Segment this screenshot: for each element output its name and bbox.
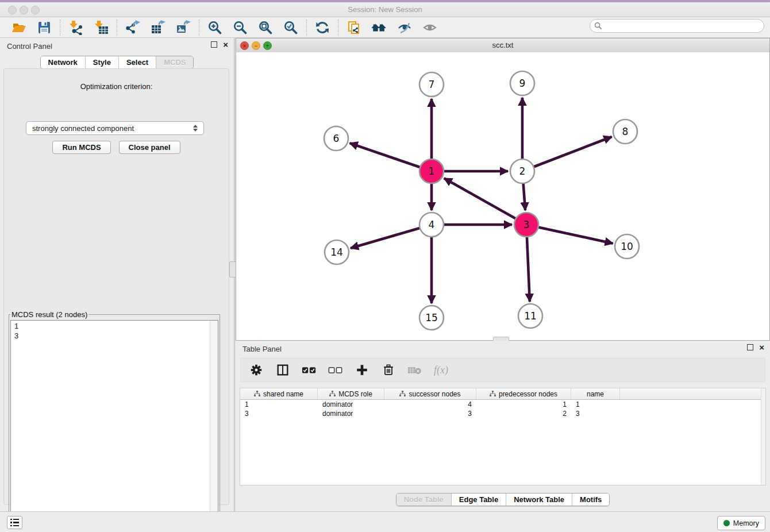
table-panel-close-icon[interactable]: × (759, 345, 764, 350)
import-table-icon[interactable] (93, 20, 109, 36)
tab-motifs[interactable]: Motifs (572, 494, 609, 506)
graph-edge-1-6[interactable] (350, 143, 432, 171)
tab-style[interactable]: Style (86, 56, 119, 68)
column-header-label: successor nodes (409, 390, 460, 398)
import-network-icon[interactable] (68, 20, 84, 36)
column-header-predecessor-nodes[interactable]: predecessor nodes (476, 388, 571, 399)
table-cell[interactable]: 2 (476, 409, 571, 418)
delete-table-icon (407, 363, 422, 377)
column-header-mcds-role[interactable]: MCDS role (318, 388, 384, 399)
app-title: Session: New Session (0, 5, 770, 14)
control-panel: Control Panel × NetworkStyleSelectMCDS O… (0, 38, 234, 511)
tab-network[interactable]: Network (41, 56, 86, 68)
table-tab-bar: Node TableEdge TableNetwork TableMotifs (396, 493, 610, 506)
control-panel-float-icon[interactable] (211, 41, 217, 48)
mcds-panel: Optimization criterion: strongly connect… (3, 68, 229, 505)
graph-edge-3-10[interactable] (526, 225, 613, 244)
graph-node-label: 6 (333, 133, 340, 144)
export-network-icon[interactable] (125, 20, 141, 36)
deselect-all-checkboxes-icon[interactable] (328, 363, 343, 377)
tab-edge-table[interactable]: Edge Table (452, 494, 506, 506)
table-cell[interactable]: 1 (476, 400, 571, 409)
table-panel-title: Table Panel (242, 345, 282, 353)
close-panel-button[interactable]: Close panel (119, 141, 180, 154)
table-cell[interactable]: 3 (571, 409, 620, 418)
optimization-criterion-label: Optimization criterion: (4, 82, 229, 91)
table-row[interactable]: 3dominator323 (240, 409, 765, 418)
table-panel: Table Panel × f(x) shared nameMCDS rol (236, 341, 770, 511)
network-canvas[interactable]: 7968124314101511 (236, 52, 769, 340)
column-header-successor-nodes[interactable]: successor nodes (384, 388, 476, 399)
graph-node-label: 11 (524, 310, 537, 322)
search-input[interactable] (602, 21, 760, 30)
criterion-dropdown[interactable]: strongly connected component (26, 121, 204, 135)
graph-node-label: 7 (429, 79, 435, 90)
table-cell[interactable]: 4 (384, 400, 476, 409)
graph-node-label: 15 (425, 312, 438, 323)
graph-node-label: 14 (330, 246, 343, 258)
tab-network-table[interactable]: Network Table (506, 494, 572, 506)
graph-node-label: 2 (519, 165, 526, 177)
global-search[interactable] (590, 19, 764, 33)
table-row[interactable]: 1dominator411 (240, 400, 765, 409)
search-icon (594, 22, 602, 30)
graph-edge-2-8[interactable] (522, 137, 612, 171)
table-cell[interactable]: dominator (318, 400, 384, 409)
select-all-checkboxes-icon[interactable] (302, 363, 317, 377)
result-scrollbar[interactable] (210, 321, 218, 522)
clone-network-icon[interactable] (346, 20, 362, 36)
table-panel-float-icon[interactable] (747, 344, 753, 350)
column-type-icon (399, 391, 406, 397)
add-column-icon[interactable] (355, 363, 369, 377)
column-header-label: MCDS role (338, 390, 372, 398)
graph-node-label: 3 (523, 219, 530, 230)
save-session-icon[interactable] (36, 20, 52, 36)
graph-node-label: 10 (621, 241, 633, 252)
zoom-out-icon[interactable] (232, 20, 248, 36)
table-cell[interactable]: 3 (240, 409, 318, 418)
table-cell[interactable]: 1 (240, 400, 318, 409)
zoom-in-icon[interactable] (207, 20, 223, 36)
table-cell[interactable]: 1 (571, 400, 620, 409)
graph-node-label: 4 (429, 219, 435, 230)
tab-mcds[interactable]: MCDS (156, 56, 193, 68)
run-mcds-button[interactable]: Run MCDS (52, 141, 110, 154)
tab-node-table[interactable]: Node Table (396, 494, 452, 506)
app-titlebar: Session: New Session (0, 2, 770, 17)
node-table-body: 1dominator4113dominator323 (240, 400, 765, 418)
refresh-network-icon[interactable] (314, 20, 330, 36)
tab-select[interactable]: Select (119, 56, 156, 68)
mcds-result-title: MCDS result (2 nodes) (10, 310, 88, 319)
table-cell[interactable]: 3 (384, 409, 476, 418)
table-scrollbar[interactable] (761, 388, 765, 485)
column-header-label: shared name (263, 390, 303, 398)
graph-node-label: 8 (622, 126, 629, 137)
network-window-titlebar: × − + scc.txt (236, 38, 769, 53)
control-panel-tab-bar: NetworkStyleSelectMCDS (40, 56, 194, 69)
column-header-label: predecessor nodes (499, 390, 557, 398)
control-panel-close-icon[interactable]: × (223, 42, 228, 47)
export-image-icon[interactable] (175, 20, 191, 36)
column-type-icon (254, 391, 260, 397)
table-cell[interactable]: dominator (318, 409, 384, 418)
delete-column-trash-icon[interactable] (381, 363, 396, 377)
node-table[interactable]: shared nameMCDS rolesuccessor nodesprede… (240, 388, 766, 485)
birds-eye-view-icon[interactable] (422, 20, 438, 36)
column-type-icon (490, 391, 496, 397)
graph-edge-3-1[interactable] (444, 178, 526, 225)
column-header-name[interactable]: name (571, 388, 620, 399)
apply-layout-home-icon[interactable] (371, 20, 387, 36)
column-visibility-icon[interactable] (275, 363, 290, 377)
zoom-fit-icon[interactable] (257, 20, 274, 36)
graph-node-label: 1 (429, 165, 435, 177)
open-folder-icon[interactable] (11, 20, 27, 36)
column-header-shared-name[interactable]: shared name (240, 388, 318, 399)
network-view-window: × − + scc.txt 7968124314101511 (236, 38, 770, 341)
export-table-icon[interactable] (150, 20, 166, 36)
zoom-selected-icon[interactable] (283, 20, 299, 36)
task-history-list-icon[interactable] (7, 516, 22, 529)
table-options-gear-icon[interactable] (249, 363, 264, 377)
toggle-graphics-details-icon[interactable] (396, 20, 413, 36)
mcds-result-list[interactable]: 1 3 (10, 320, 218, 522)
memory-button[interactable]: Memory (717, 516, 765, 530)
